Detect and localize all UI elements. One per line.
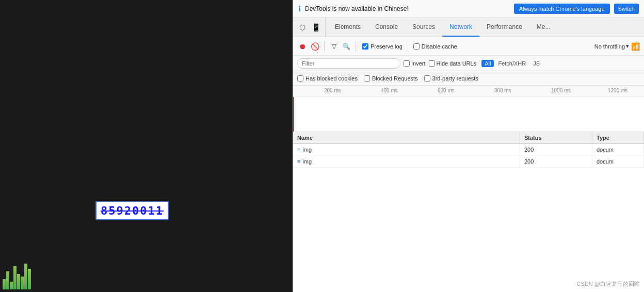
filter-all-button[interactable]: All (481, 60, 494, 67)
switch-button[interactable]: Switch (614, 4, 639, 14)
timeline-cursor (293, 97, 294, 132)
filter-bar-2: Has blocked cookies Blocked Requests 3rd… (293, 71, 644, 86)
record-button[interactable]: ⏺ (297, 41, 308, 52)
blocked-requests-checkbox[interactable] (364, 75, 370, 82)
filter-js-button[interactable]: JS (530, 60, 543, 67)
timeline-area: 200 ms 400 ms 600 ms 800 ms 1000 ms 1200… (293, 86, 644, 132)
search-icon[interactable]: 🔍 (341, 41, 351, 52)
toolbar-separator-3 (407, 41, 407, 52)
network-table: Name Status Type ≡ img 200 docum ≡ img 2… (293, 132, 644, 292)
network-toolbar: ⏺ 🚫 ▽ 🔍 Preserve log Disable cache No th… (293, 37, 644, 56)
tab-elements[interactable]: Elements (328, 18, 368, 37)
left-panel: 85920011 (0, 0, 293, 292)
invert-checkbox[interactable] (404, 60, 410, 67)
hide-data-urls-label: Hide data URLs (437, 60, 477, 67)
toolbar-separator-2 (356, 41, 356, 52)
row-status-1: 200 (520, 144, 592, 155)
notification-bar: ℹ DevTools is now available in Chinese! … (293, 0, 644, 18)
row-type-1: docum (592, 144, 644, 155)
disable-cache-group: Disable cache (413, 43, 457, 50)
notification-message: DevTools is now available in Chinese! (305, 5, 510, 12)
chart-bar (21, 277, 24, 289)
row-type-2: docum (592, 156, 644, 167)
tick-200ms: 200 ms (324, 88, 341, 93)
chart-bar (6, 271, 9, 289)
filter-type-buttons: All Fetch/XHR JS (481, 60, 543, 67)
tab-console[interactable]: Console (368, 18, 405, 37)
filter-options: Invert Hide data URLs (404, 60, 476, 67)
invert-label: Invert (411, 60, 426, 67)
hide-data-urls-group: Hide data URLs (429, 60, 477, 67)
device-icon[interactable]: 📱 (311, 22, 321, 33)
timeline-content (293, 97, 644, 132)
wifi-icon: 📶 (631, 42, 640, 51)
timeline-ruler: 200 ms 400 ms 600 ms 800 ms 1000 ms 1200… (293, 86, 644, 97)
tick-1000ms: 1000 ms (551, 88, 571, 93)
throttle-selector: No throttling ▾ (594, 43, 629, 50)
tab-icons: ⬡ 📱 (293, 18, 326, 37)
toolbar-separator (324, 41, 325, 52)
third-party-label: 3rd-party requests (432, 75, 478, 82)
filter-input[interactable] (297, 58, 400, 69)
disable-cache-checkbox[interactable] (413, 43, 420, 50)
filter-fetch-xhr-button[interactable]: Fetch/XHR (495, 60, 529, 67)
tick-600ms: 600 ms (438, 88, 455, 93)
third-party-checkbox[interactable] (424, 75, 430, 82)
chart-bar (17, 274, 20, 289)
throttle-dropdown-icon[interactable]: ▾ (626, 43, 629, 50)
row-name-2: ≡ img (293, 156, 520, 167)
watermark: CSDN @白速龙王的回眸 (577, 280, 640, 288)
chart-bar (28, 269, 31, 289)
row-name-1: ≡ img (293, 144, 520, 155)
tick-1200ms: 1200 ms (608, 88, 627, 93)
document-icon: ≡ (297, 158, 300, 165)
blocked-requests-label: Blocked Requests (372, 75, 418, 82)
preserve-log-label: Preserve log (371, 43, 403, 50)
header-name: Name (293, 132, 520, 143)
tab-more[interactable]: Me... (529, 18, 558, 37)
preserve-log-group: Preserve log (362, 43, 403, 50)
table-header: Name Status Type (293, 132, 644, 144)
chart-bar (3, 279, 6, 289)
info-icon: ℹ (298, 5, 301, 13)
throttle-label: No throttling (594, 43, 625, 50)
third-party-group: 3rd-party requests (424, 75, 478, 82)
hide-data-urls-checkbox[interactable] (429, 60, 435, 67)
table-row[interactable]: ≡ img 200 docum (293, 156, 644, 168)
tab-network[interactable]: Network (442, 18, 479, 37)
invert-checkbox-group: Invert (404, 60, 426, 67)
header-status: Status (520, 132, 592, 143)
captcha-text: 85920011 (95, 201, 169, 220)
inspect-icon[interactable]: ⬡ (297, 22, 308, 33)
blocked-requests-group: Blocked Requests (364, 75, 418, 82)
header-type: Type (592, 132, 644, 143)
table-row[interactable]: ≡ img 200 docum (293, 144, 644, 156)
always-match-button[interactable]: Always match Chrome's language (514, 4, 610, 14)
tab-performance[interactable]: Performance (479, 18, 529, 37)
document-icon: ≡ (297, 147, 300, 153)
preserve-log-checkbox[interactable] (362, 43, 368, 50)
has-blocked-cookies-label: Has blocked cookies (305, 75, 358, 82)
disable-cache-label: Disable cache (422, 43, 457, 50)
chart-bar (24, 264, 27, 289)
tick-400ms: 400 ms (381, 88, 398, 93)
mini-chart (3, 258, 31, 289)
clear-button[interactable]: 🚫 (310, 41, 320, 52)
devtools-panel: ℹ DevTools is now available in Chinese! … (293, 0, 644, 292)
tick-800ms: 800 ms (494, 88, 511, 93)
tab-bar: ⬡ 📱 Elements Console Sources Network Per… (293, 18, 644, 37)
tab-sources[interactable]: Sources (405, 18, 442, 37)
chart-bar (10, 282, 13, 289)
row-status-2: 200 (520, 156, 592, 167)
filter-icon[interactable]: ▽ (329, 41, 339, 52)
tabs: Elements Console Sources Network Perform… (326, 18, 559, 37)
filter-bar: Invert Hide data URLs All Fetch/XHR JS (293, 56, 644, 71)
chart-bar (13, 266, 17, 289)
has-blocked-cookies-group: Has blocked cookies (297, 75, 358, 82)
has-blocked-cookies-checkbox[interactable] (297, 75, 303, 82)
